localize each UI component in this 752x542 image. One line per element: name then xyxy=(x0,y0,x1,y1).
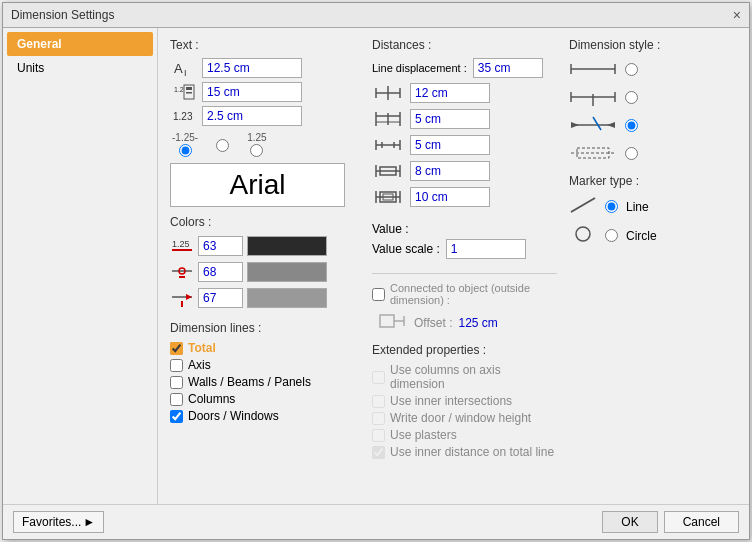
ok-button[interactable]: OK xyxy=(602,511,657,533)
dimstyle-radio-2[interactable] xyxy=(625,91,638,104)
dist-3-input[interactable] xyxy=(410,135,490,155)
dim-total-row: Total xyxy=(170,341,360,355)
line-displacement-input[interactable] xyxy=(473,58,543,78)
favorites-button[interactable]: Favorites... ► xyxy=(13,511,104,533)
dist-1-input[interactable] xyxy=(410,83,490,103)
dist-5-input[interactable] xyxy=(410,187,490,207)
ext-door-height-label: Write door / window height xyxy=(390,411,531,425)
dimstyle-radio-3[interactable] xyxy=(625,119,638,132)
sidebar-item-general[interactable]: General xyxy=(7,32,153,56)
svg-rect-4 xyxy=(186,87,192,90)
sections-row: Text : A I xyxy=(170,38,737,494)
marker-line-row: Line xyxy=(569,194,729,219)
dimstyle-row-2 xyxy=(569,86,729,108)
text-align-center-radio[interactable] xyxy=(216,139,229,152)
ext-intersections-checkbox[interactable] xyxy=(372,395,385,408)
dim-doors-checkbox[interactable] xyxy=(170,410,183,423)
color-line-icon xyxy=(170,261,194,283)
svg-line-56 xyxy=(571,198,595,212)
value-scale-input[interactable] xyxy=(446,239,526,259)
dim-columns-checkbox[interactable] xyxy=(170,393,183,406)
left-column: Text : A I xyxy=(170,38,360,494)
value-row: Value : xyxy=(372,222,557,236)
text-size-3-icon: 1.23 xyxy=(170,106,198,126)
dimstyle-radio-4[interactable] xyxy=(625,147,638,160)
text-section: Text : A I xyxy=(170,38,345,207)
ext-inner-dist-label: Use inner distance on total line xyxy=(390,445,554,459)
ext-columns-checkbox[interactable] xyxy=(372,371,385,384)
color-1-swatch[interactable] xyxy=(247,236,327,256)
extended-label: Extended properties : xyxy=(372,343,557,357)
dist-icon-4 xyxy=(372,160,404,182)
color-row-1: 1.25 xyxy=(170,235,360,257)
main-content: Text : A I xyxy=(158,28,749,504)
dim-walls-checkbox[interactable] xyxy=(170,376,183,389)
dimstyle-radio-1[interactable] xyxy=(625,63,638,76)
dim-axis-checkbox[interactable] xyxy=(170,359,183,372)
favorites-arrow-icon: ► xyxy=(83,515,95,529)
marker-line-icon xyxy=(569,194,597,219)
color-3-swatch[interactable] xyxy=(247,288,327,308)
marker-circle-row: Circle xyxy=(569,223,729,248)
right-column: Dimension style : xyxy=(569,38,729,494)
value-scale-row: Value scale : xyxy=(372,239,557,259)
line-displacement-label: Line displacement : xyxy=(372,62,467,74)
dist-2-input[interactable] xyxy=(410,109,490,129)
color-1-input[interactable] xyxy=(198,236,243,256)
ext-plasters-checkbox[interactable] xyxy=(372,429,385,442)
dimstyle-row-1 xyxy=(569,58,729,80)
svg-marker-50 xyxy=(607,122,615,128)
cancel-button[interactable]: Cancel xyxy=(664,511,739,533)
value-label: Value : xyxy=(372,222,408,236)
dim-axis-row: Axis xyxy=(170,358,360,372)
svg-rect-5 xyxy=(186,92,192,94)
color-2-input[interactable] xyxy=(198,262,243,282)
ext-plasters-label: Use plasters xyxy=(390,428,457,442)
text-size-2-input[interactable] xyxy=(202,82,302,102)
svg-point-57 xyxy=(576,227,590,241)
color-row-3 xyxy=(170,287,360,309)
svg-line-51 xyxy=(593,117,601,130)
text-size-1-input[interactable] xyxy=(202,58,302,78)
ext-inner-dist-checkbox[interactable] xyxy=(372,446,385,459)
color-row-2 xyxy=(170,261,360,283)
dimstyle-row-3 xyxy=(569,114,729,136)
text-align-right-radio[interactable] xyxy=(250,144,263,157)
connected-checkbox[interactable] xyxy=(372,288,385,301)
dim-walls-label: Walls / Beams / Panels xyxy=(188,375,311,389)
offset-row: Offset : 125 cm xyxy=(376,310,557,335)
ext-door-height-checkbox[interactable] xyxy=(372,412,385,425)
svg-marker-49 xyxy=(571,122,579,128)
marker-line-label: Line xyxy=(626,200,649,214)
text-size-3-input[interactable] xyxy=(202,106,302,126)
dimstyle-icon-4 xyxy=(569,142,617,164)
text-row-2: 1.2 xyxy=(170,82,345,102)
marker-circle-label: Circle xyxy=(626,229,657,243)
close-button[interactable]: × xyxy=(733,7,741,23)
text-size-icon: A I xyxy=(170,58,198,78)
connected-checkbox-row: Connected to object (outside dimension) … xyxy=(372,282,557,306)
offset-label: Offset : xyxy=(414,316,452,330)
color-3-input[interactable] xyxy=(198,288,243,308)
ext-row-3: Write door / window height xyxy=(372,411,557,425)
text-align-left-radio[interactable] xyxy=(179,144,192,157)
color-2-swatch[interactable] xyxy=(247,262,327,282)
dist-4-input[interactable] xyxy=(410,161,490,181)
dialog-body: General Units Text : xyxy=(3,28,749,504)
dim-lines-label: Dimension lines : xyxy=(170,321,360,335)
text-alignment-radios: -1.25- 1.25 xyxy=(172,132,345,157)
marker-circle-radio[interactable] xyxy=(605,229,618,242)
dim-lines-section: Dimension lines : Total Axis Walls / Bea… xyxy=(170,321,360,426)
bottom-bar: Favorites... ► OK Cancel xyxy=(3,504,749,539)
connected-section: Connected to object (outside dimension) … xyxy=(372,273,557,335)
dim-style-grid xyxy=(569,58,729,164)
dimstyle-icon-2 xyxy=(569,86,617,108)
svg-rect-38 xyxy=(380,315,394,327)
marker-type-section: Marker type : Line xyxy=(569,174,729,252)
sidebar-item-units[interactable]: Units xyxy=(7,56,153,80)
marker-line-radio[interactable] xyxy=(605,200,618,213)
dist-row-2 xyxy=(372,108,557,130)
svg-text:1.25: 1.25 xyxy=(172,239,190,249)
dist-row-5 xyxy=(372,186,557,208)
dim-total-checkbox[interactable] xyxy=(170,342,183,355)
